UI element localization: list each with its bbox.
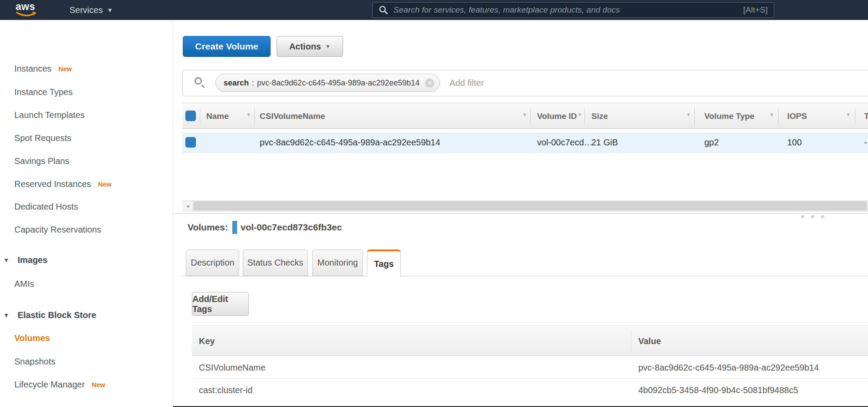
sidebar-item-spot-requests[interactable]: Spot Requests xyxy=(14,132,71,144)
volume-table-row[interactable]: pvc-8ac9d62c-c645-495a-989a-ac292ee59b14… xyxy=(182,132,868,153)
tags-table-header: Key Value xyxy=(192,325,868,356)
ec2-console-screen: aws Services ▼ [Alt+S] InstancesNew Inst… xyxy=(0,0,868,407)
selection-marker xyxy=(232,221,237,234)
column-header-name[interactable]: Name xyxy=(206,108,229,125)
tag-key: cast:cluster-id xyxy=(199,379,252,401)
create-volume-button[interactable]: Create Volume xyxy=(183,36,271,57)
column-separator xyxy=(584,108,585,125)
sidebar-item-instance-types[interactable]: Instance Types xyxy=(14,86,73,98)
sort-icon[interactable]: ▼ xyxy=(522,112,527,117)
column-separator xyxy=(254,108,255,125)
select-row-checkbox[interactable] xyxy=(185,137,196,148)
sidebar-item-instances[interactable]: InstancesNew xyxy=(14,62,72,75)
sidebar-item-lifecycle-manager[interactable]: Lifecycle ManagerNew xyxy=(14,378,105,391)
global-search-bar[interactable]: [Alt+S] xyxy=(372,2,774,18)
filter-tag-value: pvc-8ac9d62c-c645-495a-989a-ac292ee59b14 xyxy=(257,79,419,88)
aws-logo[interactable]: aws xyxy=(16,2,38,18)
panel-resize-handle[interactable] xyxy=(801,215,827,219)
top-navbar: aws Services ▼ [Alt+S] xyxy=(0,0,868,20)
filter-tag-search[interactable]: search : pvc-8ac9d62c-c645-495a-989a-ac2… xyxy=(215,74,440,92)
sort-icon[interactable]: ▼ xyxy=(769,112,774,117)
filter-content: search : pvc-8ac9d62c-c645-495a-989a-ac2… xyxy=(195,74,484,92)
tag-row-cast-cluster-id[interactable]: cast:cluster-id 4b092cb5-3458-4f90-9b4c-… xyxy=(192,379,868,401)
column-separator xyxy=(530,108,531,125)
sort-icon[interactable]: ▼ xyxy=(246,112,251,117)
sidebar-item-capacity-reservations[interactable]: Capacity Reservations xyxy=(14,223,101,236)
detail-title-label: Volumes: xyxy=(188,222,228,233)
column-separator xyxy=(694,108,695,125)
add-edit-tags-button[interactable]: Add/Edit Tags xyxy=(192,292,249,316)
sidebar-item-snapshots[interactable]: Snapshots xyxy=(14,355,56,368)
services-label: Services xyxy=(69,5,103,15)
column-separator xyxy=(631,330,631,352)
section-collapse-icon: ▼ xyxy=(3,257,9,263)
sort-icon[interactable]: ▼ xyxy=(846,112,851,117)
ec2-sidebar: InstancesNew Instance Types Launch Templ… xyxy=(0,20,173,407)
add-filter-button[interactable]: Add filter xyxy=(449,78,484,88)
tab-monitoring[interactable]: Monitoring xyxy=(312,249,363,276)
table-horizontal-scrollbar[interactable]: ◂ xyxy=(182,200,868,211)
detail-panel-title: Volumes: vol-00c7ecd873c6fb3ec xyxy=(188,221,342,234)
global-search-input[interactable] xyxy=(393,5,738,15)
cell-size: 21 GiB xyxy=(591,132,618,153)
select-all-checkbox[interactable] xyxy=(185,111,196,121)
sidebar-item-volumes[interactable]: Volumes xyxy=(14,332,50,344)
column-separator xyxy=(778,108,779,125)
sort-icon[interactable]: ▼ xyxy=(686,112,691,117)
tab-description[interactable]: Description xyxy=(186,249,239,276)
tab-tags[interactable]: Tags xyxy=(367,249,401,277)
aws-smile-icon xyxy=(16,12,37,17)
section-collapse-icon: ▼ xyxy=(3,312,9,318)
aws-logo-text: aws xyxy=(16,2,38,11)
column-header-size[interactable]: Size xyxy=(591,108,608,125)
horizontal-scrollbar-thumb[interactable] xyxy=(194,201,867,210)
column-separator xyxy=(855,108,855,125)
remove-filter-icon[interactable]: ✕ xyxy=(425,79,434,88)
cell-csivolumename: pvc-8ac9d62c-c645-495a-989a-ac292ee59b14 xyxy=(260,132,440,153)
services-dropdown-icon: ▼ xyxy=(107,7,113,13)
sidebar-item-launch-templates[interactable]: Launch Templates xyxy=(14,109,85,121)
cell-volume-type: gp2 xyxy=(704,132,719,153)
tabs-baseline xyxy=(182,276,868,276)
sidebar-item-savings-plans[interactable]: Savings Plans xyxy=(14,155,69,167)
sidebar-item-amis[interactable]: AMIs xyxy=(14,278,34,290)
sidebar-item-reserved-instances[interactable]: Reserved InstancesNew xyxy=(14,178,112,190)
new-badge: New xyxy=(92,381,105,388)
filter-tag-separator: : xyxy=(252,79,254,88)
filter-tag-key: search xyxy=(224,79,249,88)
volumes-table-header: Name ▼ CSIVolumeName ▼ Volume ID ▼ Size … xyxy=(182,103,868,129)
column-separator xyxy=(200,108,200,125)
tags-column-value: Value xyxy=(638,326,661,356)
services-menu[interactable]: Services ▼ xyxy=(69,0,113,20)
sidebar-item-dedicated-hosts[interactable]: Dedicated Hosts xyxy=(14,200,78,213)
sidebar-section-elastic-block-store[interactable]: ▼ Elastic Block Store xyxy=(3,309,96,321)
column-header-volume-type[interactable]: Volume Type xyxy=(704,108,754,125)
scroll-left-icon[interactable]: ◂ xyxy=(182,201,193,211)
detail-title-volume-id: vol-00c7ecd873c6fb3ec xyxy=(241,222,342,233)
new-badge: New xyxy=(59,65,72,72)
tag-value: 4b092cb5-3458-4f90-9b4c-5081bf9488c5 xyxy=(638,379,798,401)
search-icon xyxy=(379,5,388,15)
cell-volume-id: vol-00c7ecd… xyxy=(537,132,593,153)
cell-iops: 100 xyxy=(787,132,802,153)
tags-column-key: Key xyxy=(199,326,215,356)
sidebar-section-images[interactable]: ▼ Images xyxy=(3,254,47,266)
column-header-volume-id[interactable]: Volume ID xyxy=(537,108,577,125)
new-badge: New xyxy=(98,181,112,188)
search-shortcut-hint: [Alt+S] xyxy=(743,5,768,15)
sort-icon[interactable]: ▼ xyxy=(578,112,582,117)
column-header-truncated[interactable]: T xyxy=(864,108,868,125)
tab-status-checks[interactable]: Status Checks xyxy=(243,249,308,276)
column-header-iops[interactable]: IOPS xyxy=(787,108,807,125)
panel-divider xyxy=(173,213,868,214)
filter-search-icon xyxy=(195,77,206,89)
cell-truncated: - xyxy=(864,132,867,153)
tag-key: CSIVolumeName xyxy=(199,356,265,379)
actions-button[interactable]: Actions ▼ xyxy=(277,36,343,57)
tag-row-csivolumename[interactable]: CSIVolumeName pvc-8ac9d62c-c645-495a-989… xyxy=(192,356,868,379)
tag-value: pvc-8ac9d62c-c645-495a-989a-ac292ee59b14 xyxy=(638,356,819,379)
actions-dropdown-icon: ▼ xyxy=(325,43,330,49)
column-header-csivolumename[interactable]: CSIVolumeName xyxy=(260,108,325,125)
